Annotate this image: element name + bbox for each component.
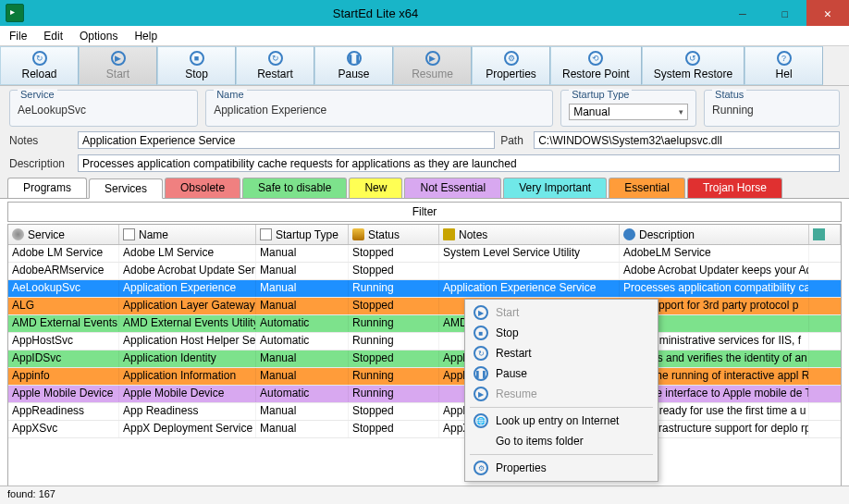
restore-point-button[interactable]: ⟲Restore Point	[550, 46, 642, 85]
chevron-down-icon: ▾	[679, 107, 683, 117]
pause-icon: ❚❚	[347, 51, 362, 66]
tab-safe[interactable]: Safe to disable	[242, 178, 347, 198]
status-icon	[352, 228, 364, 240]
tab-services[interactable]: Services	[89, 178, 163, 199]
table-row[interactable]: AdobeARMserviceAdobe Acrobat Update Serv…	[8, 263, 841, 280]
menu-options[interactable]: Options	[80, 30, 117, 43]
table-row[interactable]: AMD External Events UtiAMD External Even…	[8, 315, 841, 333]
description-label: Description	[9, 157, 72, 170]
restart-icon: ↻	[268, 51, 283, 66]
ctx-start: ▶Start	[468, 302, 655, 323]
table-row[interactable]: AeLookupSvcApplication ExperienceManualR…	[8, 280, 841, 298]
filter-bar[interactable]: Filter	[7, 202, 842, 222]
reload-button[interactable]: ↻Reload	[0, 46, 79, 85]
gear-icon	[12, 228, 24, 240]
ctx-pause[interactable]: ❚❚Pause	[468, 363, 655, 384]
tab-notessential[interactable]: Not Essential	[404, 178, 501, 198]
service-legend: Service	[18, 89, 57, 100]
info-icon	[623, 228, 635, 240]
ctx-icon: ▶	[474, 387, 488, 401]
tab-obsolete[interactable]: Obsolete	[165, 178, 240, 198]
col-service[interactable]: Service	[8, 225, 119, 244]
table-row[interactable]: Apple Mobile DeviceApple Mobile DeviceAu…	[8, 386, 841, 403]
maximize-button[interactable]: ☐	[764, 0, 806, 26]
ctx-icon: 🌐	[474, 413, 488, 428]
start-button[interactable]: ▶Start	[79, 46, 157, 85]
ctx-icon: ■	[474, 326, 488, 340]
col-status[interactable]: Status	[349, 225, 439, 244]
col-notes[interactable]: Notes	[439, 225, 620, 244]
ctx-icon: ⚙	[474, 461, 488, 475]
name-legend: Name	[214, 89, 246, 100]
close-button[interactable]: ✕	[806, 0, 849, 26]
window-title: StartEd Lite x64	[30, 6, 721, 20]
status-bar: found: 167	[0, 486, 849, 504]
menu-file[interactable]: File	[9, 30, 27, 43]
ctx-restart[interactable]: ↻Restart	[468, 343, 655, 363]
path-label: Path	[500, 134, 528, 147]
note-icon	[443, 228, 455, 240]
path-input[interactable]	[534, 131, 840, 149]
hel-button[interactable]: ?Hel	[744, 46, 823, 85]
col-description[interactable]: Description	[620, 225, 809, 244]
ctx-go-to-items-folder[interactable]: Go to items folder	[468, 431, 655, 451]
tab-essential[interactable]: Essential	[609, 178, 685, 198]
table-row[interactable]: AppXSvcAppX Deployment Service (AManualS…	[8, 421, 841, 438]
status-value: Running	[712, 104, 831, 117]
properties-icon: ⚙	[504, 51, 519, 66]
menu-edit[interactable]: Edit	[43, 30, 63, 43]
stop-icon: ■	[190, 51, 204, 66]
name-value: Application Experience	[214, 104, 545, 117]
startup-dropdown[interactable]: Manual ▾	[569, 104, 688, 120]
pause-button[interactable]: ❚❚Pause	[314, 46, 393, 85]
table-row[interactable]: AppReadinessApp ReadinessManualStoppedAp…	[8, 403, 841, 421]
hel-icon: ?	[777, 51, 792, 66]
ctx-resume: ▶Resume	[468, 384, 655, 404]
ctx-icon: ↻	[474, 346, 488, 361]
startup-legend: Startup Type	[569, 89, 632, 100]
restart-button[interactable]: ↻Restart	[236, 46, 314, 85]
properties-button[interactable]: ⚙Properties	[472, 46, 550, 85]
table-row[interactable]: AppHostSvcApplication Host Helper ServAu…	[8, 333, 841, 350]
menu-help[interactable]: Help	[134, 30, 157, 43]
reload-icon: ↻	[32, 51, 47, 66]
resume-button[interactable]: ▶Resume	[393, 46, 472, 85]
tab-programs[interactable]: Programs	[7, 178, 87, 198]
ctx-icon	[474, 434, 488, 449]
ctx-properties[interactable]: ⚙Properties	[468, 458, 655, 478]
stop-button[interactable]: ■Stop	[157, 46, 236, 85]
col-startup[interactable]: Startup Type	[256, 225, 349, 244]
col-name[interactable]: Name	[119, 225, 256, 244]
doc-icon	[260, 228, 272, 240]
doc-icon	[123, 228, 135, 240]
system restore-icon: ↺	[685, 51, 700, 66]
ctx-look-up-entry-on-internet[interactable]: 🌐Look up entry on Internet	[468, 411, 655, 431]
context-menu: ▶Start■Stop↻Restart❚❚Pause▶Resume🌐Look u…	[464, 299, 658, 482]
notes-label: Notes	[9, 134, 72, 147]
col-extra[interactable]	[809, 225, 841, 244]
resume-icon: ▶	[425, 51, 440, 66]
table-row[interactable]: AppinfoApplication InformationManualRunn…	[8, 368, 841, 386]
ctx-stop[interactable]: ■Stop	[468, 323, 655, 343]
description-input[interactable]	[78, 154, 840, 172]
service-value: AeLookupSvc	[18, 104, 190, 117]
status-legend: Status	[712, 89, 746, 100]
notes-input[interactable]	[78, 131, 495, 149]
minimize-button[interactable]: —	[721, 0, 764, 26]
ctx-icon: ▶	[474, 305, 488, 320]
tab-veryimp[interactable]: Very Important	[503, 178, 607, 198]
restore point-icon: ⟲	[588, 51, 603, 66]
tab-new[interactable]: New	[349, 178, 402, 198]
system-restore-button[interactable]: ↺System Restore	[642, 46, 744, 85]
ctx-icon: ❚❚	[474, 366, 488, 381]
start-icon: ▶	[111, 51, 126, 66]
app-icon	[6, 4, 24, 22]
table-row[interactable]: AppIDSvcApplication IdentityManualStoppe…	[8, 350, 841, 368]
table-row[interactable]: ALGApplication Layer Gateway SManualStop…	[8, 298, 841, 315]
extra-icon	[813, 228, 825, 240]
tab-trojan[interactable]: Trojan Horse	[687, 178, 782, 198]
table-row[interactable]: Adobe LM ServiceAdobe LM ServiceManualSt…	[8, 245, 841, 263]
